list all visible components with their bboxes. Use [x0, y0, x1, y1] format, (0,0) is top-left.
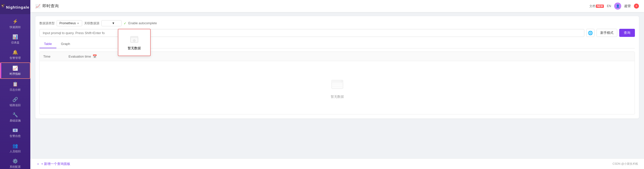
avatar[interactable]: 👤 [614, 3, 621, 10]
sidebar: 🦅 Nightingale ⚡ 快速跳转 📊 仪表盘 🔔 告警管理 📈 时序指标… [0, 0, 30, 169]
topbar: 📈 即时查询 文档 NEW EN 👤 超管 × [30, 0, 644, 12]
user-name[interactable]: 超管 [624, 4, 631, 8]
sidebar-label-log-analysis: 日志分析 [10, 88, 21, 92]
personnel-icon: 👥 [12, 143, 18, 149]
alert-mgmt-icon: 🔔 [12, 50, 18, 55]
svg-rect-1 [130, 36, 138, 38]
assoc-datasource-dropdown: 暂无数据 [118, 29, 151, 56]
close-button[interactable]: × [634, 4, 639, 9]
logo-text: Nightingale [6, 5, 30, 9]
dashboard-icon: 📊 [12, 34, 18, 40]
sidebar-label-dashboard: 仪表盘 [11, 41, 19, 44]
sidebar-item-timeseries[interactable]: 📈 时序指标 [0, 62, 30, 79]
sys-config-icon: ⚙️ [12, 158, 18, 164]
sidebar-item-personnel[interactable]: 👥 人员组织 [0, 140, 30, 156]
timeseries-icon: 📈 [12, 65, 18, 71]
table-col-time-label: Time [43, 55, 50, 58]
page-title: 即时查询 [42, 4, 59, 9]
log-analysis-icon: 📋 [12, 81, 18, 87]
close-icon: × [635, 4, 637, 8]
page-body: 数据源类型 Prometheus ▼ 关联数据源 ▼ ✓ Enable auto… [30, 12, 644, 158]
sidebar-item-dashboard[interactable]: 📊 仪表盘 [0, 32, 30, 47]
table-area: Time Evaluation time 📅 [39, 52, 635, 114]
avatar-icon: 👤 [616, 4, 620, 8]
query-button[interactable]: 查询 [619, 29, 635, 37]
tab-graph[interactable]: Graph [56, 40, 75, 48]
infrastructure-icon: 🔧 [12, 112, 18, 118]
docs-label: 文档 [589, 4, 595, 8]
sidebar-item-trace[interactable]: 🔗 链路追踪 [0, 94, 30, 110]
sidebar-label-sys-config: 系统配置 [10, 165, 21, 169]
dropdown-empty-svg-icon [129, 34, 139, 44]
sidebar-label-alert-mgmt: 告警管理 [10, 56, 21, 60]
query-panel: 数据源类型 Prometheus ▼ 关联数据源 ▼ ✓ Enable auto… [35, 16, 639, 118]
sidebar-item-sys-config[interactable]: ⚙️ 系统配置 [0, 156, 30, 169]
alert-self-heal-icon: 📧 [12, 128, 18, 133]
add-panel-button[interactable]: ＋ + 新增一个查询面板 [36, 162, 70, 166]
new-badge: NEW [596, 5, 604, 8]
globe-button[interactable]: 🌐 [586, 29, 594, 37]
sidebar-label-timeseries: 时序指标 [10, 72, 21, 76]
assoc-datasource-value [104, 21, 111, 25]
sidebar-item-quick-jump[interactable]: ⚡ 快速跳转 [0, 16, 30, 32]
sidebar-label-personnel: 人员组织 [10, 150, 21, 153]
calendar-icon[interactable]: 📅 [93, 54, 97, 58]
page-title-area: 📈 即时查询 [35, 4, 59, 9]
datasource-type-value: Prometheus [59, 21, 76, 25]
sidebar-item-log-analysis[interactable]: 📋 日志分析 [0, 79, 30, 94]
tab-table[interactable]: Table [39, 40, 56, 48]
globe-icon: 🌐 [588, 31, 593, 35]
footer-credit: CSDN @小菜技术栈 [613, 162, 638, 166]
table-col-time: Time [40, 52, 65, 61]
docs-btn[interactable]: 文档 NEW [589, 4, 604, 8]
novice-mode-button[interactable]: 新手模式 [596, 29, 617, 37]
add-panel-label: + 新增一个查询面板 [41, 162, 70, 166]
sidebar-label-quick-jump: 快速跳转 [10, 25, 21, 29]
page-footer: ＋ + 新增一个查询面板 CSDN @小菜技术栈 [30, 158, 644, 169]
query-toolbar: 数据源类型 Prometheus ▼ 关联数据源 ▼ ✓ Enable auto… [39, 20, 635, 26]
trace-icon: 🔗 [12, 97, 18, 102]
sidebar-logo[interactable]: 🦅 Nightingale [0, 0, 30, 14]
datasource-type-select[interactable]: Prometheus ▼ [57, 20, 82, 26]
sidebar-item-alert-self-heal[interactable]: 📧 告警自愈 [0, 125, 30, 140]
main-content: 📈 即时查询 文档 NEW EN 👤 超管 × 数据源类型 [30, 0, 644, 169]
en-lang-btn[interactable]: EN [607, 4, 611, 8]
dropdown-empty-text: 暂无数据 [128, 46, 141, 51]
sidebar-item-alert-mgmt[interactable]: 🔔 告警管理 [0, 47, 30, 62]
table-col-eval-label: Evaluation time [69, 55, 91, 58]
datasource-type-arrow-icon: ▼ [77, 22, 79, 25]
sidebar-label-trace: 链路追踪 [10, 103, 21, 107]
table-empty-state: 暂无数据 [40, 61, 635, 114]
add-panel-icon: ＋ [36, 162, 40, 166]
datasource-type-label: 数据源类型 [39, 21, 55, 26]
logo-icon: 🦅 [1, 4, 5, 11]
sidebar-item-infrastructure[interactable]: 🔧 基础设施 [0, 110, 30, 125]
page-title-icon: 📈 [35, 4, 40, 9]
assoc-datasource-arrow-icon: ▼ [112, 21, 115, 25]
en-label: EN [607, 4, 611, 8]
topbar-right: 文档 NEW EN 👤 超管 × [589, 3, 639, 10]
quick-jump-icon: ⚡ [12, 19, 18, 24]
tab-table-label: Table [44, 42, 52, 46]
assoc-datasource-label: 关联数据源 [84, 21, 99, 26]
empty-state-svg-icon [330, 76, 345, 91]
empty-state-text: 暂无数据 [331, 94, 344, 99]
sidebar-label-alert-self-heal: 告警自愈 [10, 134, 21, 138]
assoc-datasource-select[interactable]: ▼ [101, 20, 122, 26]
sidebar-label-infrastructure: 基础设施 [10, 119, 21, 123]
check-icon: ✓ [124, 21, 126, 25]
autocomplete-label: Enable autocomplete [128, 21, 157, 25]
tab-graph-label: Graph [61, 42, 70, 46]
